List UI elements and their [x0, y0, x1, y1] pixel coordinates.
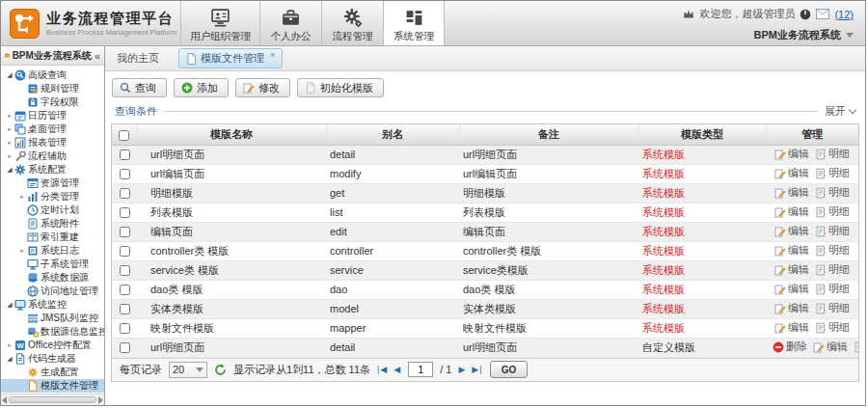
- logout-icon[interactable]: [800, 9, 811, 20]
- sidebar-item-系统配置[interactable]: ◢系统配置: [1, 163, 104, 177]
- per-page-select[interactable]: 20: [169, 362, 207, 378]
- system-selector[interactable]: BPM业务流程系统: [683, 28, 854, 42]
- mail-icon[interactable]: [816, 9, 829, 19]
- expand-toggle[interactable]: 展开: [825, 104, 855, 119]
- row-checkbox[interactable]: [120, 169, 130, 179]
- first-page-button[interactable]: |◀: [377, 365, 388, 374]
- nav-user-org[interactable]: 用户组织管理: [180, 1, 259, 45]
- row-checkbox[interactable]: [120, 188, 130, 199]
- tree-expanded-icon[interactable]: ◢: [5, 298, 14, 312]
- detail-link[interactable]: 明细: [815, 204, 850, 219]
- edit-link[interactable]: 编辑: [774, 320, 809, 335]
- sidebar-item-代码生成器[interactable]: ◢代码生成器: [1, 352, 104, 366]
- cell-template-type[interactable]: 系统模版: [638, 183, 766, 203]
- row-checkbox[interactable]: [120, 150, 130, 160]
- tree-collapsed-icon[interactable]: ▸: [17, 190, 27, 204]
- edit-link[interactable]: 编辑: [774, 243, 809, 258]
- row-checkbox[interactable]: [120, 323, 130, 334]
- detail-link[interactable]: 明细: [815, 243, 850, 258]
- tree-collapsed-icon[interactable]: ▸: [5, 109, 14, 122]
- cell-template-type[interactable]: 系统模版: [638, 280, 766, 299]
- scroll-left-icon[interactable]: [2, 396, 7, 404]
- row-checkbox[interactable]: [120, 265, 130, 276]
- sidebar-item-生成配置[interactable]: 生成配置: [1, 366, 104, 379]
- cell-template-type[interactable]: 系统模版: [638, 145, 766, 164]
- scrollbar-thumb[interactable]: [9, 396, 96, 403]
- edit-link[interactable]: 编辑: [774, 166, 809, 180]
- nav-personal-office[interactable]: 个人办公: [259, 1, 321, 45]
- tree-collapsed-icon[interactable]: ▸: [5, 150, 14, 163]
- cell-template-type[interactable]: 系统模版: [638, 299, 766, 318]
- sidebar-item-访问地址管理[interactable]: 访问地址管理: [1, 285, 104, 298]
- edit-link[interactable]: 编辑: [774, 204, 809, 219]
- sidebar-item-子系统管理[interactable]: 子系统管理: [1, 258, 104, 271]
- sidebar-item-索引重建[interactable]: 索引重建: [1, 231, 104, 244]
- detail-link[interactable]: 明细: [815, 224, 850, 238]
- sidebar-item-定时计划[interactable]: 定时计划: [1, 204, 104, 217]
- edit-link[interactable]: 编辑: [774, 224, 809, 238]
- tree-collapsed-icon[interactable]: ▸: [17, 244, 27, 258]
- sidebar-item-流程辅助[interactable]: ▸流程辅助: [1, 150, 104, 163]
- sidebar-hscrollbar[interactable]: [1, 394, 104, 405]
- init-template-button[interactable]: 初始化模版: [297, 78, 384, 97]
- cell-template-type[interactable]: 系统模版: [638, 318, 766, 338]
- sidebar-item-高级查询[interactable]: ◢高级查询: [1, 68, 104, 82]
- sidebar-item-字段权限[interactable]: 字段权限: [1, 95, 104, 109]
- detail-link[interactable]: 明细: [815, 301, 850, 315]
- last-page-button[interactable]: ▶|: [472, 365, 482, 374]
- sidebar-item-资源管理[interactable]: 资源管理: [1, 177, 104, 190]
- tree-collapsed-icon[interactable]: ▸: [5, 136, 14, 150]
- cell-template-type[interactable]: 系统模版: [638, 203, 766, 222]
- go-button[interactable]: GO: [490, 361, 529, 378]
- tree-expanded-icon[interactable]: ◢: [5, 68, 14, 82]
- cell-template-type[interactable]: 系统模版: [638, 241, 766, 260]
- detail-link[interactable]: 明细: [854, 340, 858, 354]
- tab-my-homepage[interactable]: 我的主页: [115, 48, 161, 68]
- tree-collapsed-icon[interactable]: ▸: [5, 339, 14, 352]
- tree-expanded-icon[interactable]: ◢: [5, 163, 14, 177]
- scroll-right-icon[interactable]: [98, 396, 103, 404]
- close-icon[interactable]: ×: [270, 51, 275, 60]
- delete-link[interactable]: 删除: [773, 340, 807, 354]
- row-checkbox[interactable]: [120, 304, 130, 314]
- detail-link[interactable]: 明细: [815, 185, 850, 200]
- query-button[interactable]: 查询: [112, 78, 167, 97]
- row-checkbox[interactable]: [120, 227, 130, 237]
- edit-link[interactable]: 编辑: [774, 185, 809, 200]
- detail-link[interactable]: 明细: [815, 282, 850, 296]
- row-checkbox[interactable]: [120, 342, 130, 353]
- sidebar-item-分类管理[interactable]: ▸分类管理: [1, 190, 104, 204]
- sidebar-item-规则管理[interactable]: 规则管理: [1, 82, 104, 95]
- edit-link[interactable]: 编辑: [774, 147, 809, 161]
- edit-link[interactable]: 编辑: [774, 301, 809, 315]
- sidebar-item-日历管理[interactable]: ▸日历管理: [1, 109, 104, 122]
- modify-button[interactable]: 修改: [235, 78, 290, 97]
- sidebar-item-JMS队列监控[interactable]: JMS队列监控: [1, 312, 104, 325]
- sidebar-item-系统监控[interactable]: ◢系统监控: [1, 298, 104, 312]
- collapse-sidebar-button[interactable]: «: [95, 50, 100, 62]
- edit-link[interactable]: 编辑: [774, 262, 809, 277]
- cell-template-type[interactable]: 系统模版: [638, 164, 766, 183]
- sidebar-item-数据源信息监控[interactable]: 数据源信息监控: [1, 325, 104, 339]
- sidebar-item-模版文件管理[interactable]: 模版文件管理: [1, 379, 104, 393]
- message-count-link[interactable]: (12): [834, 9, 854, 20]
- tree-expanded-icon[interactable]: ◢: [5, 352, 14, 366]
- edit-link[interactable]: 编辑: [813, 340, 848, 354]
- sidebar-item-系统日志[interactable]: ▸系统日志: [1, 244, 104, 258]
- refresh-icon[interactable]: [214, 364, 227, 376]
- row-checkbox[interactable]: [120, 246, 130, 257]
- detail-link[interactable]: 明细: [815, 166, 850, 180]
- sidebar-item-报表管理[interactable]: ▸报表管理: [1, 136, 104, 150]
- next-page-button[interactable]: ▶: [458, 365, 466, 374]
- page-number-input[interactable]: [408, 362, 433, 377]
- detail-link[interactable]: 明细: [815, 320, 850, 335]
- cell-template-type[interactable]: 系统模版: [638, 222, 766, 241]
- tree-collapsed-icon[interactable]: ▸: [5, 122, 14, 136]
- sidebar-item-桌面管理[interactable]: ▸桌面管理: [1, 122, 104, 136]
- row-checkbox[interactable]: [120, 207, 130, 218]
- cell-template-type[interactable]: 系统模版: [638, 260, 766, 280]
- tab-template-file-management[interactable]: 模版文件管理 ×: [178, 48, 283, 68]
- sidebar-item-Office控件配置[interactable]: ▸WOffice控件配置: [1, 339, 104, 352]
- nav-process-mgmt[interactable]: 流程管理: [321, 1, 383, 45]
- detail-link[interactable]: 明细: [815, 147, 850, 161]
